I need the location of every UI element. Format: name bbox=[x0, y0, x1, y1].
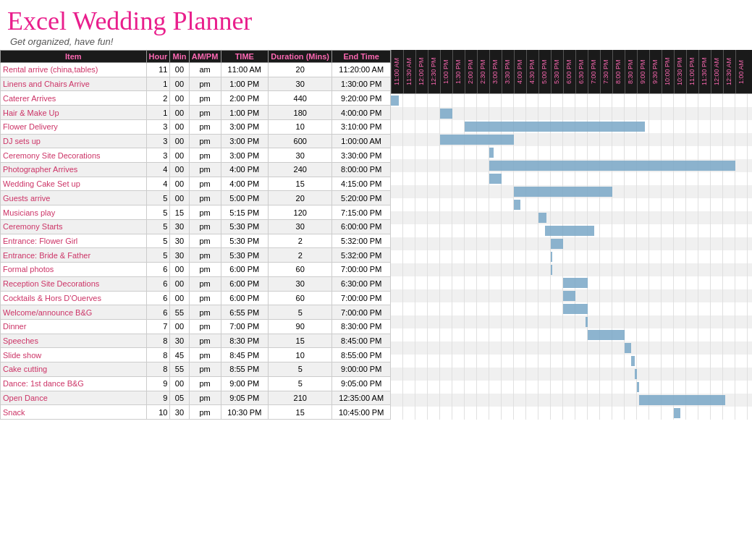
col-min: Min bbox=[170, 51, 189, 63]
gantt-row bbox=[391, 211, 752, 224]
gantt-row bbox=[391, 289, 752, 302]
gantt-cell bbox=[600, 381, 612, 394]
gantt-cell bbox=[698, 355, 711, 368]
gantt-cell bbox=[612, 302, 625, 315]
gantt-cell bbox=[551, 133, 563, 146]
gantt-cell bbox=[625, 381, 637, 394]
gantt-cell bbox=[735, 224, 748, 237]
gantt-cell bbox=[391, 120, 403, 133]
item-hour: 8 bbox=[146, 348, 170, 362]
gantt-cell bbox=[502, 368, 514, 381]
item-duration: 5 bbox=[269, 362, 332, 377]
gantt-row bbox=[391, 185, 752, 198]
gantt-cell bbox=[625, 94, 637, 107]
item-hour: 2 bbox=[146, 91, 170, 106]
gantt-cell bbox=[428, 159, 440, 172]
gantt-row bbox=[391, 368, 752, 381]
gantt-cell bbox=[711, 381, 723, 394]
gantt-cell bbox=[440, 172, 452, 185]
item-min: 00 bbox=[170, 119, 189, 134]
item-time: 4:00 PM bbox=[221, 163, 268, 177]
gantt-cell bbox=[600, 315, 612, 328]
item-hour: 6 bbox=[146, 291, 170, 305]
gantt-bar bbox=[551, 239, 563, 249]
table-row: Linens and Chairs Arrive 1 00 pm 1:00 PM… bbox=[1, 77, 391, 91]
item-name: Speeches bbox=[1, 334, 147, 348]
gantt-cell bbox=[600, 211, 612, 224]
gantt-cell bbox=[440, 355, 452, 368]
gantt-cell bbox=[711, 368, 723, 381]
gantt-cell bbox=[551, 146, 563, 159]
item-endtime: 5:32:00 PM bbox=[332, 248, 391, 263]
item-name: Open Dance bbox=[1, 391, 147, 405]
gantt-cell bbox=[551, 211, 563, 224]
gantt-cell bbox=[735, 250, 748, 263]
gantt-cell bbox=[649, 120, 662, 133]
gantt-cell bbox=[563, 328, 575, 341]
gantt-cell bbox=[452, 198, 465, 211]
gantt-cell bbox=[452, 185, 465, 198]
gantt-cell bbox=[662, 276, 674, 289]
gantt-cell bbox=[698, 198, 711, 211]
gantt-cell bbox=[674, 224, 686, 237]
gantt-cell bbox=[551, 368, 563, 381]
gantt-cell bbox=[735, 407, 748, 420]
item-name: Formal photos bbox=[1, 263, 147, 277]
gantt-cell bbox=[674, 263, 686, 276]
gantt-cell bbox=[612, 289, 625, 302]
gantt-cell bbox=[600, 289, 612, 302]
item-min: 30 bbox=[170, 234, 189, 248]
table-row: Formal photos 6 00 pm 6:00 PM 60 7:00:00… bbox=[1, 263, 391, 277]
item-name: Entrance: Flower Girl bbox=[1, 234, 147, 248]
gantt-cell bbox=[674, 211, 686, 224]
item-endtime: 5:32:00 PM bbox=[332, 234, 391, 248]
item-time: 8:55 PM bbox=[221, 362, 268, 377]
col-time: TIME bbox=[221, 51, 268, 63]
gantt-cell bbox=[391, 107, 403, 120]
item-duration: 180 bbox=[269, 106, 332, 120]
gantt-time-label: 9:00 PM bbox=[637, 50, 649, 93]
item-hour: 1 bbox=[146, 106, 170, 120]
gantt-row bbox=[391, 407, 752, 420]
gantt-cell bbox=[428, 328, 440, 341]
gantt-bar bbox=[674, 408, 680, 418]
gantt-cell bbox=[502, 211, 514, 224]
item-time: 4:00 PM bbox=[221, 177, 268, 191]
gantt-cell bbox=[502, 302, 514, 315]
gantt-cell bbox=[711, 250, 723, 263]
gantt-cell bbox=[465, 341, 477, 355]
gantt-cell bbox=[588, 211, 600, 224]
gantt-cell bbox=[465, 250, 477, 263]
gantt-time-label: 3:00 PM bbox=[489, 50, 502, 93]
gantt-cell bbox=[637, 407, 649, 420]
gantt-cell bbox=[612, 211, 625, 224]
gantt-cell bbox=[489, 250, 502, 263]
gantt-cell bbox=[440, 237, 452, 250]
gantt-cell bbox=[698, 133, 711, 146]
gantt-cell bbox=[575, 146, 588, 159]
item-min: 30 bbox=[170, 219, 189, 234]
item-endtime: 1:30:00 PM bbox=[332, 77, 391, 91]
gantt-cell bbox=[637, 263, 649, 276]
gantt-cell bbox=[526, 250, 538, 263]
gantt-cell bbox=[514, 263, 526, 276]
gantt-cell bbox=[723, 133, 735, 146]
gantt-bar bbox=[514, 187, 612, 197]
item-hour: 5 bbox=[146, 205, 170, 220]
gantt-cell bbox=[502, 237, 514, 250]
gantt-cell bbox=[428, 368, 440, 381]
item-min: 00 bbox=[170, 148, 189, 163]
gantt-cell bbox=[735, 172, 748, 185]
gantt-cell bbox=[649, 237, 662, 250]
gantt-bar bbox=[586, 317, 588, 327]
gantt-cell bbox=[403, 133, 415, 146]
gantt-cell bbox=[612, 381, 625, 394]
gantt-cell bbox=[612, 394, 625, 407]
gantt-cell bbox=[428, 315, 440, 328]
gantt-cell bbox=[551, 407, 563, 420]
gantt-time-label: 11:30 PM bbox=[698, 50, 711, 93]
gantt-cell bbox=[711, 185, 723, 198]
gantt-cell bbox=[514, 94, 526, 107]
gantt-cell bbox=[563, 94, 575, 107]
gantt-bar bbox=[514, 200, 520, 210]
